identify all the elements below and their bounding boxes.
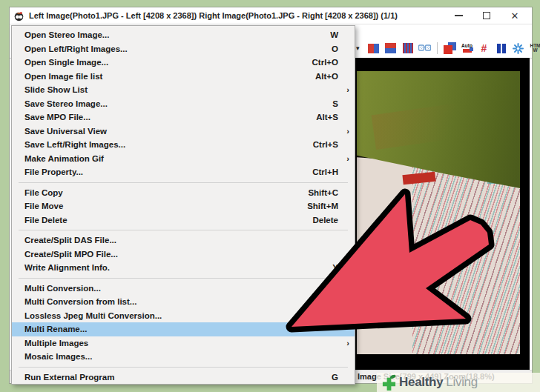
- menu-item-multi-rename[interactable]: Multi Rename...: [12, 322, 355, 336]
- menu-item-save-mpo-file[interactable]: Save MPO File...Alt+S: [12, 110, 355, 124]
- menu-separator: [19, 278, 348, 279]
- menu-item-shortcut: Shift+C: [308, 188, 344, 197]
- health-plus-icon: [381, 374, 397, 391]
- menu-item-label: Open Stereo Image...: [24, 30, 330, 39]
- menu-item-label: File Move: [24, 202, 307, 210]
- menu-separator: [19, 182, 348, 183]
- menu-item-label: Create/Split MPO File...: [24, 250, 338, 259]
- menu-item-label: Slide Show List: [24, 85, 338, 94]
- menu-item-label: File Property...: [24, 167, 312, 176]
- minimize-icon: [455, 15, 463, 16]
- menu-item-shortcut: O: [332, 44, 344, 53]
- menu-item-label: Open Left/Right Images...: [24, 44, 332, 53]
- menu-item-label: Multi Rename...: [24, 325, 338, 333]
- grid-adjust-icon[interactable]: #: [478, 42, 490, 55]
- menu-item-open-image-file-list[interactable]: Open Image file listAlt+O: [12, 70, 355, 84]
- menu-item-label: Create/Split DAS File...: [24, 236, 338, 245]
- window-controls: ✕: [444, 7, 529, 24]
- menu-item-label: Multiple Images: [24, 339, 338, 348]
- menu-item-label: Open Single Image...: [24, 58, 312, 67]
- side-by-side-view-icon[interactable]: [367, 42, 380, 55]
- menu-item-shortcut: Y: [332, 263, 344, 272]
- close-icon: ✕: [511, 11, 519, 21]
- menu-item-shortcut: Ctrl+O: [312, 58, 344, 67]
- menu-item-label: Save Universal View: [24, 127, 338, 136]
- menu-item-label: Mosaic Images...: [24, 352, 338, 361]
- watermark-text-bold: Healthy: [399, 375, 443, 390]
- menu-item-label: Make Animation Gif: [24, 154, 338, 163]
- menu-item-shortcut: Alt+S: [316, 113, 344, 122]
- menu-item-file-move[interactable]: File MoveShift+M: [12, 199, 355, 213]
- menu-item-shortcut: Delete: [312, 216, 344, 225]
- submenu-arrow-icon: ›: [344, 339, 352, 348]
- maximize-button[interactable]: [472, 7, 501, 24]
- parallel-bars-icon[interactable]: [495, 42, 507, 55]
- menu-item-shortcut: W: [330, 30, 344, 39]
- menu-item-shortcut: Ctrl+H: [312, 167, 344, 176]
- sheet-stripes: [412, 166, 520, 354]
- minimize-button[interactable]: [444, 7, 472, 24]
- menu-item-save-universal-view[interactable]: Save Universal View›: [12, 124, 355, 139]
- menu-item-shortcut: Shift+M: [307, 202, 344, 210]
- menu-item-shortcut: Alt+O: [315, 72, 344, 81]
- healthy-living-watermark: Healthy Living: [377, 373, 540, 392]
- menu-item-label: Open Image file list: [24, 72, 315, 81]
- menu-item-create-split-das-file[interactable]: Create/Split DAS File...: [12, 233, 355, 248]
- menu-separator: [19, 230, 348, 230]
- menu-item-mosaic-images[interactable]: Mosaic Images...: [12, 350, 355, 364]
- menu-item-label: Save MPO File...: [24, 113, 316, 122]
- menu-item-open-stereo-image[interactable]: Open Stereo Image...W: [12, 28, 355, 42]
- blanket: [357, 71, 520, 188]
- menu-item-shortcut: S: [332, 99, 344, 108]
- menu-item-create-split-mpo-file[interactable]: Create/Split MPO File...: [12, 248, 355, 262]
- menu-item-file-property[interactable]: File Property...Ctrl+H: [12, 165, 355, 179]
- menu-item-save-left-right-images[interactable]: Save Left/Right Images...Ctrl+S: [12, 138, 355, 152]
- menu-item-run-external-program[interactable]: Run External ProgramG: [12, 371, 355, 385]
- anaglyph-photo: [357, 71, 520, 354]
- submenu-arrow-icon: ›: [344, 127, 352, 136]
- menu-item-open-single-image[interactable]: Open Single Image...Ctrl+O: [12, 56, 355, 70]
- titlebar: Left Image(Photo1.JPG - Left [4208 x 236…: [10, 7, 532, 24]
- menu-item-multiple-images[interactable]: Multiple Images›: [12, 336, 355, 351]
- menu-item-label: Multi Conversion...: [24, 284, 338, 293]
- menu-item-slide-show-list[interactable]: Slide Show List›: [12, 83, 355, 97]
- menu-item-multi-conversion-from-list[interactable]: Multi Conversion from list...: [12, 295, 355, 309]
- menu-item-label: Write Alignment Info.: [24, 263, 332, 272]
- overlap-images-icon[interactable]: [444, 42, 456, 55]
- toolbar-separator: [437, 42, 438, 54]
- close-button[interactable]: ✕: [501, 7, 529, 24]
- menu-item-lossless-jpeg-multi-conversion[interactable]: Lossless Jpeg Multi Conversion...: [12, 309, 355, 323]
- snowflake-icon[interactable]: [512, 42, 524, 55]
- menu-item-shortcut: G: [332, 373, 344, 382]
- submenu-arrow-icon: ›: [344, 85, 352, 94]
- menu-item-label: Multi Conversion from list...: [24, 297, 338, 306]
- auto-alignment-icon[interactable]: Auto: [461, 42, 473, 55]
- watermark-text-light: Living: [446, 375, 478, 390]
- menu-item-label: Save Left/Right Images...: [24, 140, 313, 149]
- menu-item-save-stereo-image[interactable]: Save Stereo Image...S: [12, 97, 355, 111]
- menu-item-label: File Delete: [24, 216, 312, 225]
- app-icon: [13, 10, 24, 21]
- toolbar-icons: ▾ Auto #: [356, 39, 540, 58]
- html-w-export-icon[interactable]: HTMW: [529, 42, 540, 55]
- menu-item-multi-conversion[interactable]: Multi Conversion...: [12, 282, 355, 296]
- anaglyph-glasses-icon[interactable]: [418, 42, 431, 55]
- interlaced-view-icon[interactable]: [401, 42, 414, 55]
- menu-item-label: Save Stereo Image...: [24, 99, 332, 108]
- toolbar-dropdown-icon[interactable]: ▾: [356, 44, 363, 52]
- menu-separator: [19, 367, 348, 368]
- window-title: Left Image(Photo1.JPG - Left [4208 x 236…: [29, 11, 444, 20]
- menu-item-file-delete[interactable]: File DeleteDelete: [12, 213, 355, 227]
- menu-item-label: File Copy: [24, 188, 308, 197]
- menu-item-shortcut: Ctrl+S: [313, 140, 344, 149]
- menu-item-make-animation-gif[interactable]: Make Animation Gif›: [12, 152, 355, 166]
- over-under-view-icon[interactable]: [384, 42, 397, 55]
- menu-item-label: Lossless Jpeg Multi Conversion...: [24, 311, 338, 320]
- menu-item-file-copy[interactable]: File CopyShift+C: [12, 186, 355, 200]
- submenu-arrow-icon: ›: [344, 154, 352, 163]
- file-menu-dropdown: Open Stereo Image...WOpen Left/Right Ima…: [11, 25, 355, 385]
- maximize-icon: [483, 12, 490, 19]
- menu-item-open-left-right-images[interactable]: Open Left/Right Images...O: [12, 42, 355, 56]
- app-window: Left Image(Photo1.JPG - Left [4208 x 236…: [9, 7, 533, 384]
- menu-item-write-alignment-info[interactable]: Write Alignment Info.Y: [12, 261, 355, 275]
